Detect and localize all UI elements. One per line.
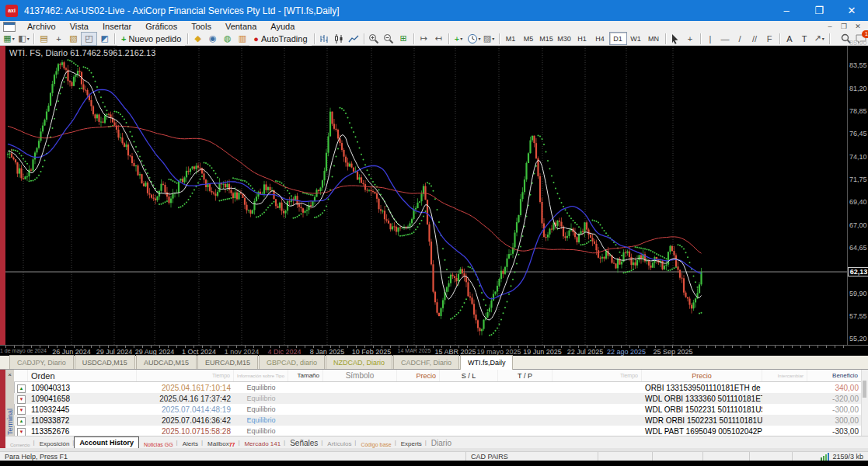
column-header-orden[interactable]: Orden — [28, 370, 137, 381]
arrows-icon[interactable]: ↗▾ — [812, 33, 827, 45]
data-window-icon[interactable]: + — [51, 33, 66, 45]
new-chart-icon[interactable]: ▦▾ — [2, 33, 16, 45]
menu-archivo[interactable]: Archivo — [20, 22, 63, 31]
terminal-tab-mercado-141[interactable]: Mercado 141| — [239, 438, 285, 447]
alert-icon[interactable]: ◆ — [190, 33, 205, 45]
bar-chart-icon[interactable] — [317, 33, 332, 45]
scrollbar-thumb[interactable] — [863, 381, 866, 398]
chart-tab-gbpcad[interactable]: GBPCAD, diario — [259, 355, 325, 369]
timeframe-h1-button[interactable]: H1 — [573, 32, 591, 45]
cursor-icon[interactable] — [668, 33, 683, 45]
templates-icon[interactable]: ▨▾ — [482, 33, 497, 45]
horizontal-line-icon[interactable]: — — [718, 33, 733, 45]
line-chart-icon[interactable] — [347, 33, 361, 45]
table-vertical-scrollbar[interactable] — [861, 370, 868, 436]
channel-icon[interactable]: // — [748, 33, 762, 45]
column-header-intercambiar[interactable]: Intercambiar — [762, 370, 807, 381]
column-header-tamano[interactable]: Tamaño — [288, 370, 323, 381]
label-icon[interactable]: T — [797, 33, 812, 45]
column-header-simbolo[interactable]: Símbolo — [323, 370, 397, 381]
sound-icon[interactable]: ◍ — [220, 33, 235, 45]
periods-icon[interactable]: ▾ — [466, 33, 482, 45]
column-header-tp[interactable]: T / P — [498, 370, 553, 381]
menu-gráficos[interactable]: Gráficos — [138, 22, 184, 31]
menu-insertar[interactable]: Insertar — [96, 22, 138, 31]
mdi-restore-button[interactable]: ❐ — [837, 23, 851, 30]
fibonacci-icon[interactable]: F — [762, 33, 777, 45]
news-icon[interactable]: ▥ — [235, 33, 249, 45]
chart-area[interactable]: WTI. FS, Diario 61.7462.5961.2162.13 — [5, 46, 847, 345]
timeframe-m5-button[interactable]: M5 — [520, 32, 538, 45]
terminal-tab-mailbox[interactable]: Mailbox77| — [203, 438, 239, 447]
candle-chart-icon[interactable] — [332, 33, 347, 45]
candlestick-chart[interactable] — [5, 46, 847, 345]
menu-ventana[interactable]: Ventana — [218, 22, 263, 31]
trendline-icon[interactable]: / — [733, 33, 748, 45]
column-header-tiempo2[interactable]: Tiempo — [553, 370, 642, 381]
price-axis[interactable]: 62,13 85,9083,5581,2078,8576,4574,1071,7… — [847, 46, 868, 345]
profiles-icon[interactable]: ◧▾ — [16, 33, 31, 45]
chart-tab-cadjpy[interactable]: CADJPY, Diario — [9, 355, 74, 369]
mdi-minimize-button[interactable]: – — [823, 23, 837, 30]
column-header-tipo[interactable]: Información sobre Tipo — [234, 370, 288, 381]
terminal-tab-exposici-n[interactable]: Exposición| — [35, 438, 75, 447]
close-button[interactable]: ✕ — [835, 0, 868, 21]
autotrading-button[interactable]: ●AutoTrading — [249, 32, 311, 46]
crosshair-icon[interactable]: + — [683, 33, 698, 45]
terminal-tab-experts[interactable]: Experts| — [396, 438, 427, 447]
terminal-tab-art-culos[interactable]: Artículos| — [322, 438, 356, 447]
vertical-line-icon[interactable]: | — [703, 33, 718, 45]
tile-windows-icon[interactable]: ⊞ — [396, 33, 411, 45]
table-row[interactable]: ▼1133526762025.10.0715:58:28EquilibrioWD… — [14, 426, 862, 436]
table-row[interactable]: ▼1090416582025.04.16 17:37:42EquilibrioW… — [14, 393, 862, 404]
zoom-out-icon[interactable] — [382, 33, 396, 45]
minimize-button[interactable]: – — [770, 0, 803, 21]
column-header-icon[interactable] — [14, 370, 28, 381]
timeframe-m15-button[interactable]: M15 — [538, 32, 556, 45]
chart-tab-nzdcad[interactable]: NZDCAD, Diario — [326, 355, 392, 369]
chart-tab-usdcad[interactable]: USDCAD,M15 — [75, 355, 135, 369]
timeframe-m30-button[interactable]: M30 — [556, 32, 573, 45]
menu-ayuda[interactable]: Ayuda — [263, 22, 302, 31]
terminal-side-label[interactable]: Terminal — [6, 406, 14, 437]
timeframe-m1-button[interactable]: M1 — [502, 32, 520, 45]
column-header-tiempo[interactable]: Tiempo — [137, 370, 234, 381]
terminal-tab-c-digo-base[interactable]: Código base| — [356, 438, 396, 447]
terminal-icon[interactable]: ◰ — [81, 32, 97, 46]
table-row[interactable]: ▼1109324452025.07.0414:48:19EquilibrioWD… — [14, 404, 862, 415]
timeframe-w1-button[interactable]: W1 — [627, 32, 645, 45]
column-header-precio[interactable]: Precio — [397, 370, 440, 381]
terminal-tab-se-ales[interactable]: Señales| — [285, 438, 322, 447]
table-row[interactable]: ▲1090403132025.04.1617:10:14EquilibrioOR… — [14, 382, 862, 393]
chart-shift-icon[interactable]: ↤ — [431, 33, 446, 45]
new-order-button[interactable]: +Nuevo pedido — [117, 32, 185, 46]
timeframe-mn-button[interactable]: MN — [645, 32, 663, 45]
column-header-precio2[interactable]: Precio — [642, 370, 762, 381]
strategy-tester-icon[interactable]: ◩ — [97, 33, 112, 45]
chart-tab-audcad[interactable]: AUDCAD,M15 — [136, 355, 197, 369]
terminal-close-icon[interactable]: × — [6, 371, 13, 378]
chart-tab-eurcad[interactable]: EURCAD,M15 — [197, 355, 258, 369]
terminal-tab-alerts[interactable]: Alerts| — [178, 438, 203, 447]
indicators-icon[interactable]: +▾ — [451, 33, 466, 45]
terminal-tab-diario[interactable]: Diario — [427, 438, 456, 447]
table-row[interactable]: ▲1109338722025.07.0416:36:42EquilibrioWD… — [14, 415, 862, 426]
text-icon[interactable]: A — [783, 33, 797, 45]
publisher-icon[interactable]: ◉ — [205, 33, 220, 45]
chart-tab-cadchf[interactable]: CADCHF, Diario — [393, 355, 459, 369]
timeframe-h4-button[interactable]: H4 — [591, 32, 609, 45]
market-watch-icon[interactable]: ▤ — [37, 33, 51, 45]
menu-tools[interactable]: Tools — [184, 22, 218, 31]
navigator-icon[interactable]: ▧ — [66, 33, 81, 45]
menu-vista[interactable]: Vista — [63, 22, 96, 31]
column-header-sl[interactable]: S / L — [440, 370, 498, 381]
zoom-in-icon[interactable] — [367, 33, 382, 45]
chart-tab-wtifs[interactable]: WTI.fs,Daily — [460, 355, 514, 370]
terminal-tab-comercio[interactable]: Comercio| — [5, 438, 35, 447]
column-header-beneficio[interactable]: Beneficio — [807, 370, 862, 381]
mdi-close-button[interactable]: ✕ — [851, 23, 865, 30]
maximize-button[interactable]: ❐ — [803, 0, 835, 21]
terminal-tab-noticias-gg[interactable]: Noticias GG| — [139, 438, 178, 447]
timeframe-d1-button[interactable]: D1 — [609, 32, 627, 45]
autoscroll-icon[interactable]: ↦ — [417, 33, 431, 45]
